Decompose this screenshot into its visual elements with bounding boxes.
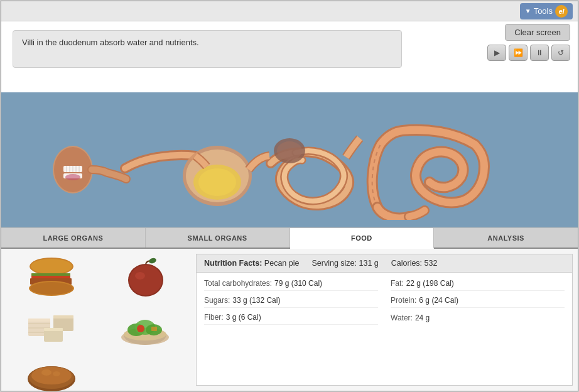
tab-large-organs[interactable]: LARGE ORGANS [1,228,146,248]
play-button[interactable]: ▶ [487,45,506,61]
nutrition-row-fiber: Fiber: 3 g (6 Cal) [204,310,378,325]
svg-point-18 [31,259,72,274]
protein-label: Protein: [391,296,416,305]
svg-point-42 [137,325,144,332]
nutrition-title-bold: Nutrition Facts: [204,259,264,268]
svg-rect-43 [151,327,157,331]
nutrition-title: Nutrition Facts: Pecan pie [204,259,299,268]
nutrition-row-protein: Protein: 6 g (24 Cal) [391,293,565,308]
sugars-value: 33 g (132 Cal) [232,296,280,305]
tofu-svg [25,306,78,347]
nutrition-calories: Calories: 532 [391,259,438,268]
replay-button[interactable]: ↺ [551,45,570,61]
fiber-label: Fiber: [204,313,224,322]
food-images [1,249,196,391]
top-bar: ▼ Tools el [1,1,578,21]
tools-button[interactable]: ▼ Tools el [520,3,573,19]
nutrition-row-sugars: Sugars: 33 g (132 Cal) [204,293,378,308]
nutrition-row-water: Water: 24 g [391,310,565,325]
pause-button[interactable]: ⏸ [530,45,549,61]
svg-point-10 [65,174,80,180]
nutrition-serving: Serving size: 131 g [311,259,378,268]
svg-point-48 [53,371,60,376]
svg-rect-29 [28,318,50,322]
nutrition-row-fat: Fat: 22 g (198 Cal) [391,276,565,291]
burger-svg [25,257,78,298]
tab-analysis[interactable]: ANALYSIS [434,228,578,248]
svg-point-14 [198,168,236,196]
bread-image[interactable] [24,353,80,392]
water-label: Water: [391,313,413,322]
water-value: 24 g [415,313,430,322]
sugars-label: Sugars: [204,296,230,305]
info-panel: Villi in the duodenum absorb water and n… [13,30,402,68]
info-text: Villi in the duodenum absorb water and n… [22,37,199,48]
salad-image[interactable] [117,304,174,348]
svg-rect-36 [44,328,63,331]
nutrition-item-name: Pecan pie [264,259,300,268]
fast-forward-button[interactable]: ⏩ [509,45,528,61]
bottom-content: Nutrition Facts: Pecan pie Serving size:… [1,249,578,391]
digestive-illustration [32,101,547,220]
bread-svg [25,355,78,393]
svg-point-25 [129,265,162,295]
svg-point-23 [30,282,73,295]
clear-screen-button[interactable]: Clear screen [505,24,570,41]
fiber-value: 3 g (6 Cal) [226,313,261,322]
nutrition-row-carbs: Total carbohydrates: 79 g (310 Cal) [204,276,378,291]
svg-point-47 [41,369,51,376]
apple-svg [124,255,168,299]
svg-point-26 [135,272,145,280]
replay-icon: ↺ [558,48,564,57]
fast-forward-icon: ⏩ [514,48,523,57]
illustration-area [1,92,578,227]
fat-label: Fat: [391,279,404,288]
svg-rect-34 [53,315,73,318]
nutrition-panel: Nutrition Facts: Pecan pie Serving size:… [196,254,573,386]
svg-point-16 [277,141,302,160]
svg-point-27 [148,257,156,264]
tab-food[interactable]: FOOD [290,228,435,249]
media-controls: ▶ ⏩ ⏸ ↺ [487,45,570,61]
fat-value: 22 g (198 Cal) [406,279,454,288]
tab-small-organs[interactable]: SMALL ORGANS [146,228,290,248]
carbs-value: 79 g (310 Cal) [274,279,322,288]
apple-image[interactable] [117,255,174,299]
chevron-down-icon: ▼ [525,8,531,14]
protein-value: 6 g (24 Cal) [419,296,458,305]
carbs-label: Total carbohydrates: [204,279,272,288]
tofu-image[interactable] [24,304,80,348]
svg-rect-21 [31,273,70,276]
burger-image[interactable] [24,255,80,299]
play-icon: ▶ [494,48,500,57]
nutrition-grid: Total carbohydrates: 79 g (310 Cal) Fat:… [197,273,572,329]
main-container: ▼ Tools el Villi in the duodenum absorb … [1,1,578,391]
pause-icon: ⏸ [536,48,543,57]
salad-svg [119,306,172,347]
svg-point-46 [31,367,72,384]
tools-logo: el [555,5,568,18]
tabs-row: LARGE ORGANS SMALL ORGANS FOOD ANALYSIS [1,227,578,249]
tools-label: Tools [534,6,553,16]
nutrition-header: Nutrition Facts: Pecan pie Serving size:… [197,254,572,273]
controls-area: Clear screen ▶ ⏩ ⏸ ↺ [487,24,570,61]
